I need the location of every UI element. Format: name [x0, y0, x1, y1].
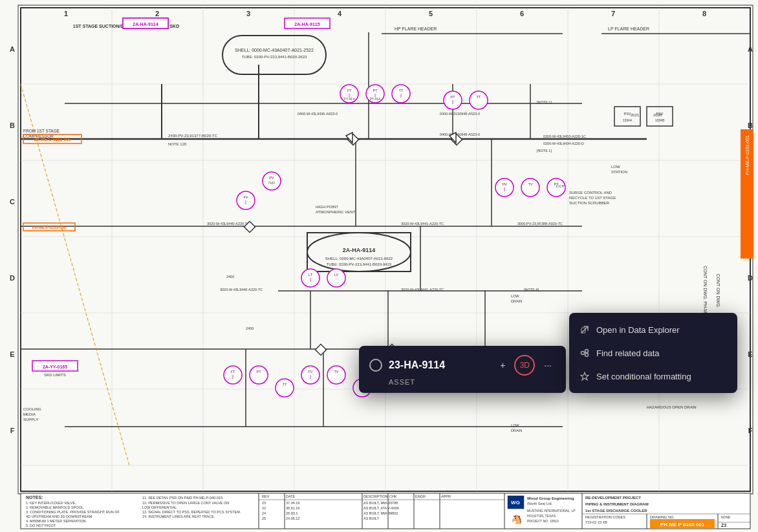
pid-background	[0, 0, 758, 532]
menu-item-find-related-data[interactable]: Find related data	[569, 341, 737, 365]
set-conditional-formatting-icon	[579, 371, 590, 381]
svg-marker-266	[581, 372, 589, 380]
menu-item-set-conditional-formatting-label: Set conditional formatting	[596, 372, 691, 381]
menu-item-find-related-data-label: Find related data	[596, 348, 660, 358]
popup-card: 23-HA-9114 + 3D ··· ASSET	[359, 346, 566, 393]
open-data-explorer-icon	[579, 325, 590, 335]
popup-actions: + 3D ···	[496, 355, 556, 376]
find-related-data-icon	[579, 348, 590, 358]
menu-item-open-data-explorer[interactable]: Open in Data Explorer	[569, 318, 737, 341]
popup-header: 23-HA-9114 + 3D ··· ASSET	[359, 346, 566, 393]
popup-subtitle: ASSET	[369, 378, 556, 386]
menu-item-set-conditional-formatting[interactable]: Set conditional formatting	[569, 365, 737, 388]
popup-title: 23-HA-9114	[389, 359, 490, 371]
svg-line-264	[585, 352, 585, 352]
svg-point-263	[585, 354, 589, 357]
context-menu: Open in Data Explorer Find related data	[569, 313, 737, 393]
threed-button[interactable]: 3D	[514, 355, 535, 376]
diagram-container: 1 2 3 4 5 6 7 8 A B C D E F A B C D E F …	[0, 0, 758, 532]
asset-icon	[369, 359, 382, 372]
popup-title-row: 23-HA-9114 + 3D ···	[369, 355, 556, 376]
more-button[interactable]: ···	[540, 359, 556, 372]
svg-point-262	[585, 350, 589, 353]
menu-item-open-data-explorer-label: Open in Data Explorer	[596, 325, 680, 335]
add-button[interactable]: +	[496, 359, 509, 372]
svg-point-261	[581, 352, 585, 355]
svg-line-265	[585, 354, 585, 354]
